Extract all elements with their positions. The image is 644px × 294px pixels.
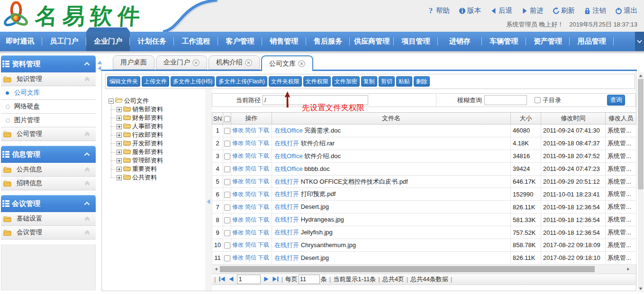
tree-node-plus-icon[interactable] [117,124,122,129]
sidebar-item-公司文库[interactable]: 公司文库 [1,86,96,100]
open-link[interactable]: 在线打开 [274,216,299,223]
tab-企业门户[interactable]: 企业门户 [156,55,207,70]
message-link[interactable]: 简信 [245,178,256,185]
row-checkbox[interactable] [224,242,230,249]
tree-node-label[interactable]: 管理部资料 [132,156,163,165]
tree-root-minus-icon[interactable] [109,98,114,104]
sidebar-item-网络硬盘[interactable]: 网络硬盘 [1,100,96,114]
toolbar-button-粘贴[interactable]: 粘贴 [396,76,412,87]
sidebar-item-基础设置[interactable]: 基础设置 [1,212,96,226]
nav-item-2[interactable]: 企业门户 [86,32,130,51]
message-link[interactable]: 简信 [245,191,256,197]
tree-node-plus-icon[interactable] [117,141,122,146]
edit-link[interactable]: 修改 [232,204,244,210]
download-link[interactable]: 下载 [258,241,269,248]
open-link[interactable]: 在线Office [274,127,303,134]
page-prev-icon[interactable] [228,276,234,282]
tree-node-开发部资料[interactable]: 开发部资料 [117,139,205,148]
open-link[interactable]: 在线打开 [274,190,299,197]
row-checkbox[interactable] [224,141,230,147]
open-link[interactable]: 在线Office [274,165,303,172]
edit-link[interactable]: 修改 [232,140,244,146]
toolbar-button-文件加密[interactable]: 文件加密 [332,76,360,87]
row-checkbox[interactable] [224,205,230,211]
sidebar-group-header-2[interactable]: 会议管理 [1,195,96,212]
download-link[interactable]: 下载 [258,178,269,185]
nav-item-0[interactable]: 即时通讯 [0,32,42,51]
row-checkbox[interactable] [224,255,230,261]
nav-item-5[interactable]: 客户管理 [218,32,262,51]
nav-item-6[interactable]: 销售管理 [262,32,306,51]
nav-item-12[interactable]: 资产管理 [526,32,570,51]
open-link[interactable]: 在线打开 [274,229,299,236]
open-link[interactable]: 在线打开 [274,203,299,210]
open-link[interactable]: 在线打开 [274,178,299,185]
toolbar-button-多文件上传(Flash)[interactable]: 多文件上传(Flash) [216,76,267,87]
splitter-left-icon[interactable] [98,66,101,71]
toolbar-button-剪切[interactable]: 剪切 [379,76,395,87]
tree-splitter[interactable] [205,89,212,291]
sidebar-group-header-1[interactable]: 信息管理 [1,146,96,163]
tab-close-icon[interactable] [192,59,200,66]
message-link[interactable]: 简信 [245,165,256,172]
quicklink-help[interactable]: ?帮助 [427,6,450,15]
nav-item-1[interactable]: 员工门户 [42,32,86,51]
edit-link[interactable]: 修改 [232,165,244,172]
download-link[interactable]: 下载 [258,152,269,159]
tree-node-行政部资料[interactable]: 行政部资料 [117,131,205,139]
nav-item-7[interactable]: 售后服务 [306,32,350,51]
vscroll-down-icon[interactable] [639,287,643,291]
tree-node-plus-icon[interactable] [117,107,122,112]
quicklink-version[interactable]: 版本 [459,6,481,15]
edit-link[interactable]: 修改 [232,152,244,159]
nav-item-13[interactable]: 用品管理 [570,32,614,51]
per-page-input[interactable] [299,275,320,284]
tree-node-label[interactable]: 财务部资料 [132,114,163,122]
tree-node-公共资料[interactable]: 公共资料 [117,173,205,182]
nav-item-4[interactable]: 工作流程 [174,32,218,51]
vscroll-up-icon[interactable] [639,74,643,78]
download-link[interactable]: 下载 [258,204,269,210]
tree-node-label[interactable]: 人事部资料 [132,122,163,131]
open-link[interactable]: 在线打开 [274,140,299,147]
tree-node-label[interactable]: 行政部资料 [132,131,163,139]
open-link[interactable]: 在线打开 [274,241,299,249]
tab-close-icon[interactable] [298,60,305,67]
sidebar-item-公司管理[interactable]: 公司管理 [1,127,96,141]
tree-root-label[interactable]: 公司文件 [124,97,149,105]
tree-node-label[interactable]: 重要资料 [132,165,157,173]
hscroll-left-icon[interactable] [214,267,218,271]
tree-node-plus-icon[interactable] [117,150,122,155]
tree-node-人事部资料[interactable]: 人事部资料 [117,122,205,131]
toolbar-button-多文件上传(H5)[interactable]: 多文件上传(H5) [171,76,215,87]
sidebar-item-公共信息[interactable]: 公共信息 [1,163,96,177]
vertical-scrollbar[interactable] [638,72,644,292]
nav-item-10[interactable]: 进销存 [438,32,482,51]
sidebar-item-图片管理[interactable]: 图片管理 [1,114,96,127]
download-link[interactable]: 下载 [258,254,269,261]
toolbar-button-文件权限[interactable]: 文件权限 [303,76,331,87]
tree-node-财务部资料[interactable]: 财务部资料 [117,114,205,122]
message-link[interactable]: 简信 [245,204,256,210]
tree-node-销售部资料[interactable]: 销售部资料 [117,105,205,114]
page-last-icon[interactable] [272,276,279,282]
edit-link[interactable]: 修改 [232,241,244,248]
tab-公司文库[interactable]: 公司文库 [261,55,313,71]
row-checkbox[interactable] [224,217,230,223]
tree-node-label[interactable]: 开发部资料 [132,139,163,148]
page-first-icon[interactable] [219,276,225,282]
nav-item-11[interactable]: 车辆管理 [482,32,526,51]
tree-collapse-icon[interactable] [207,199,210,205]
nav-item-9[interactable]: 项目管理 [394,32,438,51]
row-checkbox[interactable] [224,230,230,236]
toolbar-button-文件夹权限[interactable]: 文件夹权限 [269,76,302,87]
nav-item-8[interactable]: 供应商管理 [350,32,394,51]
row-checkbox[interactable] [224,166,230,172]
tree-root-row[interactable]: 公司文件 [109,97,205,105]
vscroll-thumb[interactable] [638,79,644,189]
toolbar-button-编辑文件夹[interactable]: 编辑文件夹 [107,76,140,87]
tree-node-plus-icon[interactable] [117,167,122,172]
hscroll-thumb[interactable] [220,266,595,272]
tree-node-重要资料[interactable]: 重要资料 [117,165,205,173]
message-link[interactable]: 简信 [245,140,256,146]
